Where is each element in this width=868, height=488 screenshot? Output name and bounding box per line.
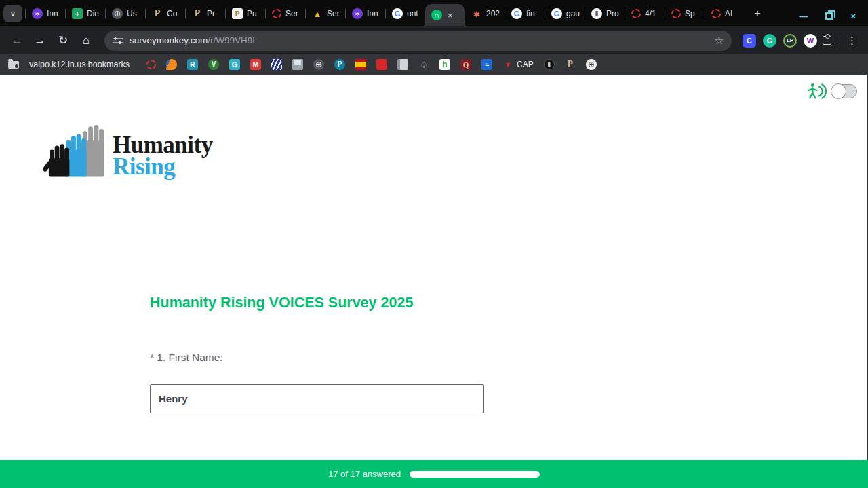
browser-tab[interactable]: P Co bbox=[145, 5, 185, 22]
tab-title: Pro bbox=[606, 9, 619, 18]
extensions-puzzle-icon[interactable] bbox=[823, 36, 831, 45]
tab-favicon: ⊕ bbox=[112, 8, 123, 19]
bookmark-favicon: P bbox=[565, 59, 576, 70]
managed-bookmarks-label[interactable]: valpo.k12.in.us bookmarks bbox=[29, 60, 130, 69]
bookmark-item[interactable] bbox=[355, 59, 366, 70]
browser-tab[interactable]: ∗ Inn bbox=[25, 5, 65, 22]
tab-title: Ser bbox=[285, 9, 298, 18]
bookmark-item[interactable]: G bbox=[229, 59, 240, 70]
tab-favicon bbox=[671, 9, 681, 18]
bookmark-items: R V G M bbox=[146, 54, 597, 75]
extension-icon[interactable]: G bbox=[763, 34, 776, 48]
browser-tab[interactable]: ‖ Pro bbox=[585, 5, 625, 22]
bookmark-favicon: ⊕ bbox=[313, 59, 324, 70]
active-tab-surveymonkey[interactable]: ∩ × bbox=[425, 4, 465, 26]
tab-title: Pu bbox=[247, 9, 257, 18]
site-settings-icon[interactable] bbox=[113, 36, 123, 45]
bookmark-star-icon[interactable]: ☆ bbox=[715, 35, 724, 47]
bookmark-item[interactable]: h bbox=[439, 59, 450, 70]
tab-title: Inn bbox=[367, 9, 378, 18]
bookmark-favicon: G bbox=[229, 59, 240, 70]
browser-tab[interactable]: + Die bbox=[65, 5, 105, 22]
bookmark-item[interactable] bbox=[271, 59, 282, 70]
close-window-icon[interactable]: × bbox=[850, 12, 856, 20]
bookmark-favicon bbox=[166, 59, 177, 70]
tab-favicon bbox=[711, 9, 721, 18]
logo-rising-text: Rising bbox=[113, 156, 213, 179]
bookmark-item[interactable] bbox=[146, 60, 156, 69]
bookmark-item[interactable]: M bbox=[250, 59, 261, 70]
home-icon[interactable]: ⌂ bbox=[76, 31, 96, 51]
bookmark-item[interactable]: ‖ bbox=[544, 59, 555, 70]
tab-favicon: ▲ bbox=[312, 8, 323, 19]
browser-tab[interactable]: Ser bbox=[265, 5, 305, 22]
bookmark-label: CAP bbox=[517, 60, 534, 69]
close-tab-icon[interactable]: × bbox=[448, 11, 453, 20]
accessibility-toggle[interactable] bbox=[831, 84, 857, 98]
browser-tab[interactable]: ⊕ Us bbox=[105, 5, 145, 22]
bookmark-item[interactable]: P bbox=[334, 59, 345, 70]
bookmark-item[interactable]: ≈ bbox=[481, 59, 492, 70]
bookmark-favicon bbox=[355, 59, 366, 70]
forward-icon[interactable]: → bbox=[30, 31, 50, 51]
extension-icon[interactable]: C bbox=[743, 34, 756, 48]
managed-bookmarks-folder-icon[interactable] bbox=[8, 61, 19, 69]
bookmark-item[interactable]: Q bbox=[460, 59, 471, 70]
browser-tab-strip: ∨ ∗ Inn + Die ⊕ Us P Co P bbox=[0, 0, 868, 26]
back-icon[interactable]: ← bbox=[7, 31, 27, 51]
bookmark-item[interactable]: ▼ CAP bbox=[502, 59, 534, 70]
minimize-window-icon[interactable]: — bbox=[799, 12, 808, 20]
bookmark-favicon: V bbox=[208, 59, 219, 70]
bookmark-item[interactable] bbox=[292, 59, 303, 70]
bookmark-favicon: ♤ bbox=[418, 59, 429, 70]
tab-title: Pr bbox=[207, 9, 215, 18]
raised-hands-icon bbox=[42, 124, 107, 180]
browser-tab[interactable]: 4/1 bbox=[625, 5, 665, 22]
tab-title: unt bbox=[407, 9, 418, 18]
tab-favicon: G bbox=[511, 8, 522, 19]
bookmark-favicon: ▼ bbox=[502, 59, 513, 70]
bookmark-item[interactable]: R bbox=[187, 59, 198, 70]
browser-tab[interactable]: G fin bbox=[505, 5, 545, 22]
toolbar-divider bbox=[837, 35, 837, 46]
new-tab-button[interactable]: + bbox=[749, 5, 766, 22]
bookmark-favicon bbox=[146, 60, 156, 69]
bookmark-item[interactable]: P bbox=[565, 59, 576, 70]
bookmark-favicon bbox=[376, 59, 387, 70]
tab-title: AI bbox=[725, 9, 732, 18]
toggle-knob[interactable] bbox=[831, 83, 846, 99]
survey-progress-footer: 17 of 17 answered bbox=[0, 460, 868, 488]
url-text[interactable]: surveymonkey.com/r/W99VH9L bbox=[130, 35, 258, 45]
tab-favicon: G bbox=[551, 8, 562, 19]
browser-tab[interactable]: ∗ 202 bbox=[465, 5, 505, 22]
browser-tab[interactable]: G unt bbox=[385, 5, 425, 22]
bookmark-item[interactable] bbox=[376, 59, 387, 70]
bookmark-item[interactable]: V bbox=[208, 59, 219, 70]
bookmark-item[interactable]: ⊕ bbox=[313, 59, 324, 70]
browser-tab[interactable]: P Pr bbox=[185, 5, 225, 22]
bookmark-item[interactable]: ⊕ bbox=[586, 59, 597, 70]
humanity-rising-logo: Humanity Rising bbox=[42, 124, 213, 180]
extension-icon[interactable]: W bbox=[804, 34, 817, 48]
browser-tab[interactable]: ▲ Ser bbox=[305, 5, 345, 22]
browser-tab[interactable]: ∗ Inn bbox=[345, 5, 385, 22]
browser-tab[interactable]: Sp bbox=[665, 5, 705, 22]
restore-window-icon[interactable] bbox=[825, 12, 833, 20]
tab-search-button[interactable]: ∨ bbox=[3, 5, 22, 22]
tab-title: Ser bbox=[327, 9, 340, 18]
bookmarks-bar: valpo.k12.in.us bookmarks R V bbox=[0, 54, 868, 75]
tab-favicon bbox=[631, 9, 641, 18]
bookmark-item[interactable] bbox=[397, 59, 408, 70]
extension-icon[interactable]: LP bbox=[783, 34, 797, 48]
browser-tab[interactable]: G gau bbox=[545, 5, 585, 22]
browser-tab[interactable]: AI bbox=[705, 5, 745, 22]
reload-icon[interactable]: ↻ bbox=[53, 31, 73, 51]
address-bar[interactable]: surveymonkey.com/r/W99VH9L ☆ bbox=[104, 31, 732, 51]
browser-tab[interactable]: P Pu bbox=[225, 5, 265, 22]
tab-title: 4/1 bbox=[645, 9, 656, 18]
bookmark-item[interactable]: ♤ bbox=[418, 59, 429, 70]
url-path: /r/W99VH9L bbox=[208, 35, 258, 45]
bookmark-item[interactable] bbox=[166, 59, 177, 70]
first-name-input[interactable] bbox=[150, 384, 484, 413]
browser-menu-icon[interactable]: ⋮ bbox=[843, 35, 861, 47]
